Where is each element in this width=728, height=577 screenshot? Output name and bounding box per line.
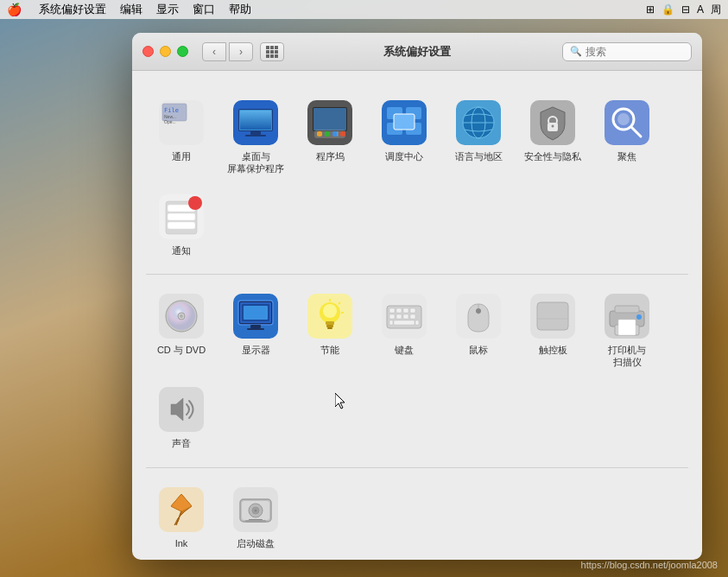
system-preferences-window: ‹ › 系统偏好设置 🔍 (132, 33, 702, 560)
svg-rect-54 (250, 325, 261, 328)
svg-rect-74 (410, 314, 415, 319)
menu-display[interactable]: 显示 (156, 2, 179, 17)
close-button[interactable] (142, 46, 154, 57)
pref-startup[interactable]: 启动磁盘 (220, 479, 291, 556)
pref-trackpad[interactable]: 触控板 (517, 285, 588, 376)
menu-system-prefs[interactable]: 系统偏好设置 (39, 2, 106, 17)
trackpad-icon (530, 294, 575, 339)
mouse-label: 鼠标 (469, 344, 488, 356)
pref-display[interactable]: 显示器 (220, 285, 291, 376)
svg-rect-15 (317, 131, 322, 136)
svg-rect-55 (247, 328, 264, 330)
window-title: 系统偏好设置 (383, 44, 451, 60)
menubar-right: ⊞ 🔒 ⊟ A 周 (646, 3, 721, 17)
svg-rect-67 (389, 308, 395, 313)
ink-label: Ink (175, 537, 188, 549)
back-button[interactable]: ‹ (202, 42, 226, 61)
ink-icon (159, 487, 204, 532)
grid-view-button[interactable] (260, 42, 284, 61)
svg-rect-42 (168, 222, 195, 229)
pref-security[interactable]: 安全性与隐私 (517, 92, 588, 182)
menu-help[interactable]: 帮助 (229, 2, 251, 17)
section3-grid: Ink (146, 479, 688, 556)
traffic-lights (142, 46, 188, 57)
section-other: Ink (146, 468, 688, 560)
notification-icon (159, 194, 204, 239)
pref-dock[interactable]: 程序坞 (294, 92, 365, 182)
menubar-icon-2[interactable]: 🔒 (662, 3, 674, 16)
forward-button[interactable]: › (229, 42, 253, 61)
svg-rect-59 (326, 325, 333, 327)
security-label: 安全性与隐私 (524, 150, 581, 162)
pref-general[interactable]: File New... Ope... 通用 (146, 92, 217, 182)
menubar-icon-1[interactable]: ⊞ (646, 3, 655, 16)
sound-label: 声音 (172, 437, 191, 449)
pref-desktop[interactable]: 桌面与 屏幕保护程序 (220, 92, 291, 182)
menu-edit[interactable]: 编辑 (120, 2, 142, 17)
svg-text:File: File (164, 107, 179, 114)
pref-ink[interactable]: Ink (146, 479, 217, 556)
dock-icon (307, 100, 352, 145)
svg-rect-53 (244, 306, 268, 320)
section-hardware: CD 与 DVD (146, 275, 688, 468)
display-icon (233, 294, 278, 339)
svg-rect-77 (415, 320, 419, 325)
pref-cddvd[interactable]: CD 与 DVD (146, 285, 217, 376)
svg-rect-8 (240, 111, 271, 130)
pref-printer[interactable]: 打印机与 扫描仪 (592, 285, 662, 376)
svg-point-43 (188, 196, 202, 210)
pref-mouse[interactable]: 鼠标 (443, 285, 514, 376)
svg-rect-100 (249, 519, 263, 520)
sound-icon (159, 387, 204, 432)
svg-rect-75 (394, 320, 415, 325)
svg-rect-16 (325, 131, 330, 136)
cddvd-icon (159, 294, 204, 339)
apple-menu[interactable]: 🍎 (7, 3, 22, 16)
pref-mission[interactable]: 调度中心 (369, 92, 440, 182)
pref-keyboard[interactable]: 键盘 (369, 285, 440, 376)
search-icon: 🔍 (570, 46, 582, 57)
grid-icon (266, 46, 278, 58)
svg-point-61 (323, 304, 337, 318)
svg-point-37 (617, 113, 630, 125)
svg-line-63 (339, 302, 340, 304)
svg-rect-68 (396, 308, 402, 313)
printer-icon (605, 294, 649, 339)
svg-rect-88 (618, 320, 636, 335)
svg-rect-99 (245, 520, 266, 523)
nav-buttons: ‹ › (202, 42, 253, 61)
svg-rect-69 (403, 308, 408, 313)
svg-point-80 (476, 308, 481, 314)
mission-icon (382, 100, 427, 145)
svg-rect-76 (389, 320, 393, 325)
svg-rect-17 (332, 131, 338, 136)
watermark: https://blog.csdn.net/joomla2008 (581, 560, 718, 570)
svg-rect-70 (410, 308, 415, 313)
pref-sound[interactable]: 声音 (146, 378, 217, 456)
startup-icon (233, 487, 278, 532)
mission-label: 调度中心 (385, 150, 423, 162)
general-label: 通用 (172, 150, 191, 162)
menubar-icon-3[interactable]: ⊟ (681, 3, 690, 16)
menubar-icon-4[interactable]: A (697, 3, 704, 16)
svg-rect-41 (168, 213, 195, 220)
menu-window[interactable]: 窗口 (193, 2, 215, 17)
energy-label: 节能 (320, 344, 339, 356)
cddvd-label: CD 与 DVD (157, 344, 206, 356)
maximize-button[interactable] (177, 46, 188, 57)
svg-rect-25 (394, 114, 415, 130)
keyboard-icon (382, 294, 427, 339)
pref-energy[interactable]: 节能 (294, 285, 365, 376)
search-box[interactable]: 🔍 (562, 42, 692, 61)
section-personal: File New... Ope... 通用 (146, 81, 688, 275)
desktop-label: 桌面与 屏幕保护程序 (227, 150, 284, 175)
pref-notification[interactable]: 通知 (146, 186, 217, 263)
pref-spotlight[interactable]: 聚焦 (592, 92, 662, 182)
pref-language[interactable]: 语言与地区 (443, 92, 514, 182)
notification-label: 通知 (172, 244, 191, 257)
energy-icon (307, 294, 352, 339)
general-icon: File New... Ope... (159, 100, 204, 145)
search-input[interactable] (586, 46, 684, 58)
trackpad-label: 触控板 (539, 344, 567, 356)
minimize-button[interactable] (160, 46, 171, 57)
